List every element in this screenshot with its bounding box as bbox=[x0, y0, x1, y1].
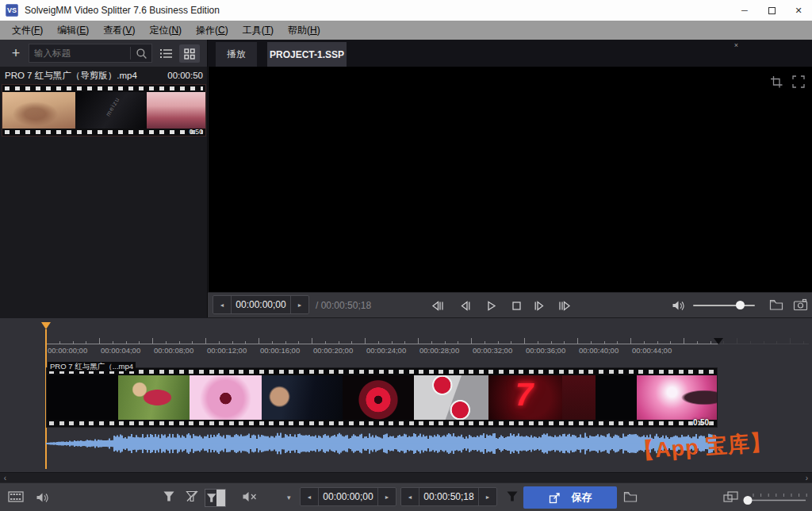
maximize-button[interactable] bbox=[758, 0, 785, 21]
transport-bar: ◄ 00:00:00;00 ► / 00:00:50;18 bbox=[208, 292, 812, 317]
close-button[interactable]: ✕ bbox=[785, 0, 812, 21]
filmstrip-sprockets-top bbox=[2, 85, 205, 92]
menu-item-e[interactable]: 编辑(E) bbox=[50, 21, 96, 40]
ruler-tick bbox=[538, 341, 538, 344]
search-input[interactable] bbox=[29, 48, 130, 58]
list-view-button[interactable] bbox=[155, 44, 176, 63]
ruler-tick bbox=[312, 338, 312, 344]
menu-item-t[interactable]: 工具(T) bbox=[236, 21, 281, 40]
previous-marker-icon bbox=[430, 298, 444, 313]
mute-options-caret-icon[interactable]: ▾ bbox=[287, 494, 291, 501]
remove-marker-button[interactable] bbox=[185, 490, 199, 505]
fullscreen-button[interactable] bbox=[791, 75, 806, 89]
ruler-tick bbox=[670, 341, 671, 344]
timeline-zoom-slider[interactable] bbox=[742, 492, 807, 505]
play-button[interactable] bbox=[484, 298, 498, 313]
volume-button[interactable] bbox=[671, 298, 685, 313]
thumbnail-lips bbox=[147, 92, 205, 129]
marker-dark-button[interactable] bbox=[506, 490, 520, 505]
ruler-tick bbox=[644, 341, 645, 344]
volume-slider-thumb[interactable] bbox=[736, 301, 745, 309]
video-track-clip[interactable]: 7 bbox=[46, 367, 718, 428]
tab-project[interactable]: PROJECT-1.SSP bbox=[267, 42, 347, 67]
window-title: SolveigMM Video Splitter 7.6 Business Ed… bbox=[25, 5, 220, 16]
ruler-tick bbox=[445, 341, 446, 344]
zoom-level-button[interactable] bbox=[723, 490, 737, 505]
start-time-increment-button[interactable]: ► bbox=[378, 488, 396, 505]
step-forward-button[interactable] bbox=[532, 298, 546, 313]
volume-slider-track[interactable] bbox=[693, 305, 755, 306]
ruler-label: 00:00:44;00 bbox=[632, 346, 672, 355]
filmstrip-frames: meizu bbox=[2, 92, 205, 129]
timeline-view-button[interactable] bbox=[8, 490, 22, 505]
mute-fragment-button[interactable] bbox=[242, 490, 256, 505]
filmstrip-icon bbox=[8, 490, 24, 503]
bottom-toolbar: ▾ ◄ 00:00:00;00 ► ◄ 00:00:50;18 ► 保存 bbox=[0, 482, 812, 511]
ruler-label: 00:00:28;00 bbox=[419, 346, 459, 355]
add-media-button[interactable]: + bbox=[6, 44, 25, 63]
snapshot-button[interactable] bbox=[793, 298, 807, 313]
clip-thumbnail-pink-phone bbox=[637, 375, 717, 420]
clip-thumbnail-black-1 bbox=[47, 375, 118, 420]
ruler-label: 00:00:36;00 bbox=[526, 346, 565, 355]
media-item-row[interactable]: PRO 7 红与黑广（导剪版）.mp4 00:00:50 bbox=[0, 67, 208, 83]
step-back-button[interactable] bbox=[458, 298, 473, 313]
ruler-label: 00:00:08;00 bbox=[154, 346, 193, 355]
ruler-tick bbox=[392, 341, 393, 344]
end-time-decrement-button[interactable]: ◄ bbox=[401, 488, 419, 505]
open-folder-button[interactable] bbox=[769, 298, 783, 313]
media-item-thumbnail[interactable]: meizu 0:50 bbox=[2, 84, 206, 136]
tab-bar: 播放 PROJECT-1.SSP × bbox=[208, 40, 812, 67]
clip-thumbnail-slide bbox=[414, 375, 488, 420]
time-decrement-button[interactable]: ◄ bbox=[213, 296, 231, 313]
menu-item-h[interactable]: 帮助(H) bbox=[281, 21, 327, 40]
fullscreen-icon bbox=[791, 75, 806, 89]
next-marker-button[interactable] bbox=[558, 298, 573, 313]
menu-item-n[interactable]: 定位(N) bbox=[142, 21, 189, 40]
ruler-tick bbox=[418, 338, 419, 344]
save-button[interactable]: 保存 bbox=[523, 486, 617, 509]
timeline-scrollbar[interactable]: ‹ › bbox=[0, 472, 812, 482]
search-icon[interactable] bbox=[131, 48, 151, 60]
ruler-tick bbox=[776, 341, 777, 344]
current-time-stepper: ◄ 00:00:00;00 ► bbox=[213, 295, 309, 314]
crop-icon bbox=[769, 75, 783, 89]
ruler-tick bbox=[339, 341, 339, 344]
menu-item-f[interactable]: 文件(F) bbox=[5, 21, 50, 40]
start-time-decrement-button[interactable]: ◄ bbox=[301, 488, 318, 505]
playhead-marker[interactable] bbox=[41, 322, 51, 329]
minimize-button[interactable]: ─ bbox=[731, 0, 758, 21]
clip-thumbnail-neon-seven: 7 bbox=[488, 375, 563, 420]
video-preview[interactable] bbox=[209, 67, 812, 292]
stop-button[interactable] bbox=[509, 298, 523, 313]
step-forward-icon bbox=[532, 298, 546, 313]
audio-waveform[interactable] bbox=[46, 430, 718, 457]
tab-play[interactable]: 播放 bbox=[216, 42, 257, 67]
time-increment-button[interactable]: ► bbox=[291, 296, 308, 313]
menu-bar: 文件(F)编辑(E)查看(V)定位(N)操作(C)工具(T)帮助(H) bbox=[0, 21, 812, 40]
invert-selection-button[interactable] bbox=[205, 489, 226, 507]
ruler-tick bbox=[351, 341, 352, 344]
grid-view-button[interactable] bbox=[179, 44, 200, 63]
menu-item-v[interactable]: 查看(V) bbox=[96, 21, 142, 40]
ruler-tick bbox=[737, 338, 737, 344]
ruler-tick bbox=[485, 341, 485, 344]
audio-track-button[interactable] bbox=[35, 490, 49, 505]
ruler-tick bbox=[684, 338, 684, 344]
ruler-label: 00:00:20;00 bbox=[313, 346, 353, 355]
crop-button[interactable] bbox=[769, 75, 783, 89]
output-folder-button[interactable] bbox=[623, 490, 638, 505]
funnel-keep-icon bbox=[206, 493, 216, 503]
zoom-rects-icon bbox=[723, 490, 739, 503]
previous-marker-button[interactable] bbox=[430, 298, 444, 313]
end-time-increment-button[interactable]: ► bbox=[479, 488, 496, 505]
fragment-start-stepper: ◄ 00:00:00;00 ► bbox=[300, 487, 396, 506]
ruler-tick bbox=[564, 341, 565, 344]
library-toolbar: + × bbox=[0, 40, 208, 67]
clip-thumbnail-black-2 bbox=[596, 375, 637, 420]
add-marker-button[interactable] bbox=[163, 490, 177, 505]
tab-close-icon[interactable]: × bbox=[734, 41, 738, 49]
clip-thumbnail-woman-grass bbox=[118, 375, 190, 420]
menu-item-c[interactable]: 操作(C) bbox=[189, 21, 236, 40]
ruler-tick bbox=[245, 341, 246, 344]
